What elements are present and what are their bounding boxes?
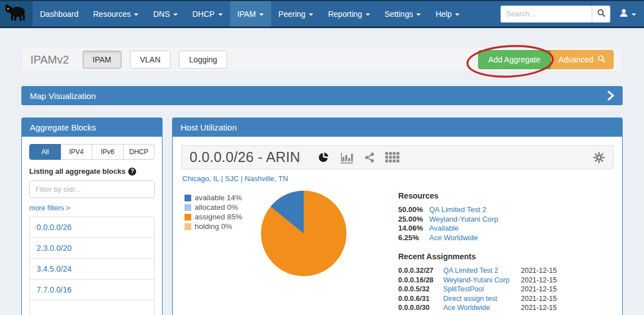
tab-logging[interactable]: Logging [179,51,227,69]
legend-item: allocated 0% [184,202,259,212]
nav-item-resources[interactable]: Resources [86,1,146,26]
chevron-down-icon [416,14,421,16]
chevron-right-icon[interactable] [607,91,614,101]
nav-item-label: Help [435,10,452,19]
chevron-down-icon [173,14,178,16]
nav-item-label: Dashboard [40,10,79,19]
list-item[interactable]: 2.3.0.0/20 [29,237,155,259]
grid-view-icon[interactable] [385,152,399,163]
panda-logo-icon [3,2,29,26]
add-aggregate-button[interactable]: Add Aggregate [478,50,551,69]
chevron-down-icon [134,14,138,16]
list-item[interactable]: 7.7.0.0/16 [29,279,155,300]
assignment-cidr: 0.0.0.16/28 [398,276,443,285]
assignment-link[interactable]: SplitTestPool [443,285,521,294]
nav-item-label: Peering [278,10,305,19]
nav-item-label: Reporting [328,10,362,19]
chevron-down-icon [366,14,370,16]
user-menu[interactable] [619,8,636,20]
search-icon [597,8,606,19]
assignment-cidr: 0.0.0.0/30 [398,303,443,313]
list-item[interactable]: 0.0.0.0/26 [29,217,155,238]
assignment-date: 2021-12-15 [521,294,564,304]
nav-item-peering[interactable]: Peering [271,1,321,26]
pie-chart-view-icon[interactable] [317,151,330,164]
advanced-search-button[interactable]: Advanced [551,50,614,69]
map-visualization-bar[interactable]: Map Visualization [21,86,623,105]
assignment-cidr: 0.0.0.6/31 [398,294,443,304]
nav-item-dns[interactable]: DNS [146,1,185,26]
legend-label: allocated 0% [195,202,238,212]
assignment-cidr: 0.0.0.32/27 [398,266,443,276]
nav-item-label: DNS [153,10,170,19]
list-item[interactable] [29,300,155,315]
nav-item-label: Settings [385,10,413,19]
aggregate-title: 0.0.0.0/26 - ARIN [190,149,300,165]
tab-ipv6[interactable]: IPv6 [92,144,124,160]
assignment-link[interactable]: Direct assign test [443,294,521,304]
utilization-subheader: 0.0.0.0/26 - ARIN [181,145,614,169]
tab-ipv4[interactable]: IPV4 [61,144,93,160]
assignment-row: 0.0.0.32/27QA Limited Test 22021-12-15 [398,266,564,276]
assignment-row: 0.0.0.5/32SplitTestPool2021-12-15 [398,285,564,294]
tab-dhcp[interactable]: DHCP [123,144,155,160]
aggregate-blocks-header: Aggregate Blocks [22,118,162,137]
resources-heading: Resources [398,191,564,200]
legend-label: holding 0% [195,222,232,231]
search-button[interactable] [592,6,610,22]
assignment-date: 2021-12-15 [521,285,564,294]
share-icon[interactable] [364,152,375,163]
nav-item-settings[interactable]: Settings [377,1,429,26]
nav-item-dashboard[interactable]: Dashboard [33,1,86,26]
recent-assignments-heading: Recent Assignments [398,252,564,261]
assignment-row: 0.0.0.6/31Direct assign test2021-12-15 [398,294,564,304]
gear-icon[interactable] [593,151,605,164]
legend-swatch [184,195,191,201]
location-links[interactable]: Chicago, IL | SJC | Nashville, TN [182,174,613,183]
global-search [501,6,610,22]
tab-ipam[interactable]: IPAM [83,51,121,69]
resource-link[interactable]: QA Limited Test 2 [429,205,487,215]
resource-row: 6.25%Ace Worldwide [398,233,564,243]
legend-swatch [184,204,191,211]
legend-label: assigned 85% [195,212,242,222]
assignment-link[interactable]: Weyland-Yutani Corp [443,276,521,285]
resource-pct: 50.00% [398,205,429,215]
search-input[interactable] [501,6,592,22]
aggregate-blocks-panel: Aggregate Blocks All IPV4 IPv6 DHCP List… [21,118,163,315]
assignment-link[interactable]: Ace Worldwide [443,303,521,313]
resource-link[interactable]: Weyland-Yutani Corp [429,215,498,224]
chevron-down-icon [309,14,313,16]
nav-item-label: IPAM [237,10,256,19]
more-filters-link[interactable]: more filters > [29,204,70,212]
resource-link[interactable]: Ace Worldwide [429,233,478,243]
legend-swatch [184,214,191,220]
assignment-date: 2021-12-15 [521,276,564,285]
resource-pct: 25.00% [398,215,429,224]
chevron-down-icon [455,14,460,16]
assignment-date: 2021-12-15 [521,303,564,313]
help-icon[interactable]: ? [128,168,136,176]
utilization-pie-chart [261,191,346,276]
legend-item: holding 0% [184,222,259,231]
legend-swatch [184,223,191,230]
tab-all[interactable]: All [29,144,61,160]
map-visualization-title: Map Visualization [30,91,96,101]
nav-item-help[interactable]: Help [428,1,467,26]
list-item[interactable]: 3.4.5.0/24 [29,258,155,280]
nav-item-ipam[interactable]: IPAM [230,1,271,26]
nav-item-reporting[interactable]: Reporting [321,1,377,26]
assignment-link[interactable]: QA Limited Test 2 [443,266,521,276]
tab-vlan[interactable]: VLAN [130,51,171,69]
resource-link[interactable]: Available [429,224,459,233]
brand-logo[interactable] [0,1,33,26]
cidr-filter-input[interactable] [29,181,155,198]
assignment-date: 2021-12-15 [521,266,564,276]
resource-row: 14.06%Available [398,224,564,233]
nav-item-label: DHCP [192,10,215,19]
nav-item-dhcp[interactable]: DHCP [185,1,230,26]
bar-chart-view-icon[interactable] [340,151,354,164]
legend-label: available 14% [195,193,242,202]
user-icon [619,8,629,20]
host-utilization-panel: Host Utilization 0.0.0.0/26 - ARIN [172,118,623,315]
